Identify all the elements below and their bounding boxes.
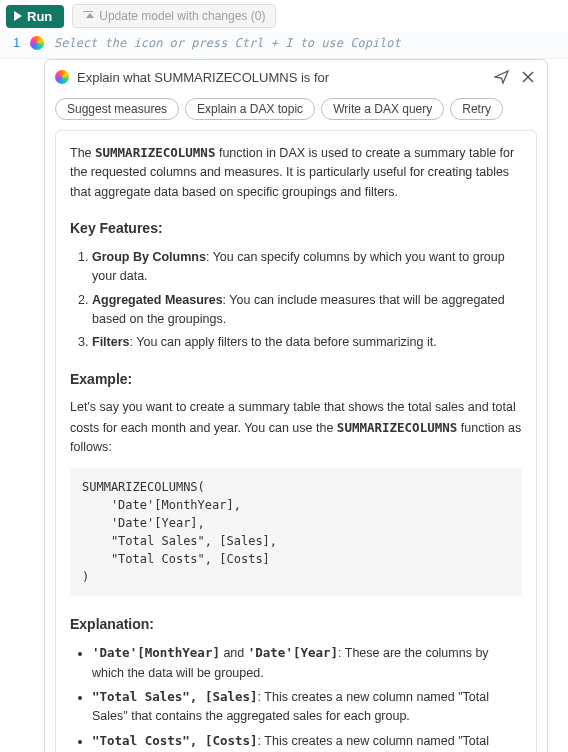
example-paragraph: Let's say you want to create a summary t… [70,398,522,457]
copilot-panel: Suggest measures Explain a DAX topic Wri… [44,59,548,752]
chip-retry[interactable]: Retry [450,98,503,120]
copilot-prompt-input[interactable] [77,70,485,85]
intro-paragraph: The SUMMARIZECOLUMNS function in DAX is … [70,143,522,202]
list-item: "Total Sales", [Sales]: This creates a n… [92,687,522,727]
line-number: 1 [10,36,20,50]
chip-explain-dax-topic[interactable]: Explain a DAX topic [185,98,315,120]
editor-line[interactable]: 1 Select the icon or press Ctrl + I to u… [0,32,568,59]
list-item: Group By Columns: You can specify column… [92,248,522,287]
close-icon[interactable] [519,68,537,86]
update-model-button: Update model with changes (0) [72,4,276,28]
play-icon [14,11,22,21]
editor-placeholder: Select the icon or press Ctrl + I to use… [54,36,401,50]
code-block[interactable]: SUMMARIZECOLUMNS( 'Date'[MonthYear], 'Da… [70,468,522,596]
list-item: "Total Costs", [Costs]: This creates a n… [92,731,522,752]
chip-write-dax-query[interactable]: Write a DAX query [321,98,444,120]
key-features-list: Group By Columns: You can specify column… [70,248,522,353]
list-item: Aggregated Measures: You can include mea… [92,291,522,330]
run-label: Run [27,9,52,24]
list-item: Filters: You can apply filters to the da… [92,333,522,352]
update-label: Update model with changes (0) [99,9,265,23]
copilot-icon [55,70,69,84]
upload-icon [83,11,93,21]
response-body: The SUMMARIZECOLUMNS function in DAX is … [55,130,537,752]
explanation-list: 'Date'[MonthYear] and 'Date'[Year]: Thes… [70,643,522,752]
list-item: 'Date'[MonthYear] and 'Date'[Year]: Thes… [92,643,522,683]
heading-explanation: Explanation: [70,614,522,636]
heading-example: Example: [70,369,522,391]
send-icon[interactable] [493,68,511,86]
run-button[interactable]: Run [6,5,64,28]
copilot-icon[interactable] [30,36,44,50]
heading-key-features: Key Features: [70,218,522,240]
chip-suggest-measures[interactable]: Suggest measures [55,98,179,120]
